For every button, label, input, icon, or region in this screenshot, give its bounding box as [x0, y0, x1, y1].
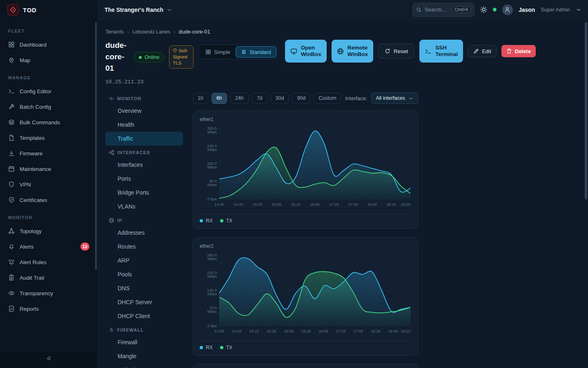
terminal-icon	[425, 48, 432, 55]
alert-count-badge: 13	[80, 242, 89, 251]
content-scrollbar[interactable]	[95, 22, 97, 270]
sidebar-section-label: MONITOR	[0, 208, 98, 223]
subnav-item-arp[interactable]: ARP	[105, 254, 183, 267]
mode-simple-button[interactable]: Simple	[200, 46, 236, 58]
traffic-chart: 13:5514:2515:1015:2515:5516:2516:5517:25…	[199, 251, 413, 336]
search-box[interactable]: Cmd+K	[412, 3, 474, 17]
sidebar-item-vpn[interactable]: VPN	[0, 177, 98, 192]
subnav-item-dns[interactable]: DNS	[105, 281, 183, 295]
sidebar-item-transparency[interactable]: Transparency	[0, 285, 98, 301]
remote-winbox-button[interactable]: Remote WinBox	[332, 40, 373, 63]
globe-icon	[337, 48, 344, 55]
legend-item-rx: RX	[200, 345, 213, 350]
subnav-item-ports[interactable]: Ports	[105, 172, 183, 186]
svg-text:Mbps: Mbps	[207, 165, 217, 169]
delete-button[interactable]: Delete	[501, 45, 536, 57]
svg-text:15:25: 15:25	[253, 202, 263, 206]
interface-filter-label: Interface:	[345, 95, 367, 101]
subnav-item-overview[interactable]: Overview	[105, 104, 183, 118]
svg-text:18:25: 18:25	[371, 329, 381, 333]
sidebar-section-label: FLEET	[0, 21, 98, 37]
chart-legend: RXTX	[199, 341, 412, 351]
sidebar-item-reports[interactable]: Reports	[0, 301, 98, 316]
tenant-selector[interactable]: The Stranger's Ranch	[105, 7, 172, 13]
sidebar-item-alert-rules[interactable]: Alert Rules	[0, 254, 98, 270]
sidebar-item-certificates[interactable]: Certificates	[0, 192, 98, 208]
bell-icon	[8, 243, 15, 250]
app-name: TOD	[23, 7, 37, 13]
svg-text:15:55: 15:55	[284, 329, 294, 333]
sidebar-item-config-editor[interactable]: Config Editor	[0, 83, 98, 99]
theme-toggle-button[interactable]	[480, 6, 487, 13]
svg-text:Mbps: Mbps	[207, 130, 217, 134]
legend-dot-icon	[220, 346, 223, 349]
sidebar-item-audit-trail[interactable]: Audit Trail	[0, 270, 98, 285]
sidebar-item-label: Bulk Commands	[20, 119, 60, 126]
chevron-down-icon	[408, 96, 414, 101]
search-input[interactable]	[425, 7, 449, 13]
page-scrollbar[interactable]	[585, 22, 587, 200]
chevron-down-icon	[167, 7, 172, 13]
subnav-group-ip: IP	[105, 213, 183, 226]
range-pill-90d[interactable]: 90d	[292, 93, 310, 104]
sidebar-item-map[interactable]: Map	[0, 52, 98, 68]
interface-select[interactable]: All interfaces	[371, 92, 418, 104]
grid-icon	[205, 49, 211, 55]
sidebar-item-alerts[interactable]: Alerts13	[0, 239, 98, 254]
subnav-item-vlans[interactable]: VLANs	[105, 200, 183, 213]
mode-standard-button[interactable]: Standard	[236, 46, 276, 58]
range-pill-1h[interactable]: 1h	[193, 93, 208, 104]
breadcrumb-item-lebowski-lanes[interactable]: Lebowski Lanes	[132, 29, 170, 35]
range-pill-custom[interactable]: Custom	[314, 93, 341, 104]
grid-icon	[8, 41, 15, 48]
subnav-item-interfaces[interactable]: Interfaces	[105, 158, 183, 172]
search-icon	[416, 7, 422, 13]
chart-title: ether2	[200, 243, 412, 249]
subnav-item-traffic[interactable]: Traffic	[105, 132, 183, 146]
open-winbox-button[interactable]: Open WinBox	[285, 40, 327, 63]
user-menu-chevron-icon[interactable]	[576, 7, 581, 13]
edit-button[interactable]: Edit	[468, 45, 496, 57]
subnav-item-dhcp-server[interactable]: DHCP Server	[105, 295, 183, 309]
content: Tenants›Lebowski Lanes›dude-core-01 dude…	[98, 20, 588, 368]
sidebar-item-batch-config[interactable]: Batch Config	[0, 99, 98, 114]
subnav-item-routes[interactable]: Routes	[105, 240, 183, 254]
download-icon	[8, 150, 15, 157]
user-role: Super Admin	[541, 7, 570, 13]
sidebar-item-dashboard[interactable]: Dashboard	[0, 37, 98, 52]
sidebar-item-maintenance[interactable]: Maintenance	[0, 161, 98, 177]
subnav-item-mangle[interactable]: Mangle	[105, 349, 183, 363]
reset-button[interactable]: Reset	[378, 44, 414, 58]
svg-text:16:10: 16:10	[291, 202, 301, 206]
chart-title: ether1	[200, 117, 412, 122]
range-pill-30d[interactable]: 30d	[271, 93, 289, 104]
device-actions: Open WinBoxRemote WinBoxResetSSH Termina…	[285, 40, 536, 63]
subnav-item-pools[interactable]: Pools	[105, 267, 183, 281]
subnav-group-monitor: MONITOR	[105, 92, 183, 104]
range-pill-7d[interactable]: 7d	[252, 93, 267, 104]
subnav-item-addr-lists[interactable]: Addr Lists	[105, 363, 183, 368]
device-ip: 10.25.211.23	[105, 79, 129, 85]
ssh-terminal-button[interactable]: SSH Terminal	[419, 40, 463, 63]
subnav-item-addresses[interactable]: Addresses	[105, 226, 183, 240]
sidebar-item-label: VPN	[20, 182, 31, 188]
device-status-badge: Online	[134, 52, 164, 63]
subnav-item-firewall[interactable]: Firewall	[105, 335, 183, 349]
breadcrumb-item-tenants[interactable]: Tenants	[105, 29, 124, 35]
subnav-item-bridge-ports[interactable]: Bridge Ports	[105, 186, 183, 200]
eye-icon	[8, 290, 15, 296]
sidebar-item-templates[interactable]: Templates	[0, 130, 98, 146]
sidebar-item-topology[interactable]: Topology	[0, 223, 98, 239]
avatar[interactable]	[502, 4, 513, 15]
interface-filter: Interface: All interfaces	[345, 92, 418, 104]
svg-text:Mbps: Mbps	[207, 309, 217, 314]
legend-dot-icon	[220, 219, 223, 222]
svg-text:13:55: 13:55	[214, 329, 224, 333]
range-pill-24h[interactable]: 24h	[230, 93, 249, 104]
subnav-item-health[interactable]: Health	[105, 118, 183, 132]
sidebar-item-firmware[interactable]: Firmware	[0, 146, 98, 161]
range-pill-6h[interactable]: 6h	[212, 93, 227, 104]
sidebar-collapse-button[interactable]	[0, 350, 98, 368]
subnav-item-dhcp-client[interactable]: DHCP Client	[105, 309, 183, 323]
sidebar-item-bulk-commands[interactable]: Bulk Commands	[0, 114, 98, 130]
